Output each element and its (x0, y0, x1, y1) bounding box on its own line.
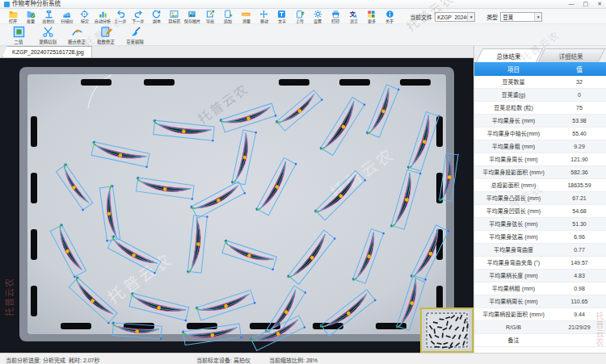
row-label: 平均果身粗 (mm) (474, 140, 553, 153)
app-icon (4, 2, 10, 7)
maximize-button[interactable]: ▢ (583, 0, 589, 8)
undo-button[interactable]: 上一步 (112, 10, 129, 24)
type-label: 类型 (486, 13, 498, 21)
text-icon (277, 10, 286, 19)
document-tab[interactable]: KZGP_20240725161728.jpg (2, 46, 92, 57)
row-label: 平均果柄粗 (mm) (474, 282, 553, 295)
calibrate-button[interactable]: 标定 (76, 10, 94, 24)
count-fix-icon (100, 26, 112, 38)
row-value: 54.68 (553, 205, 606, 217)
results-tab-bar: 总体结果 详细结果 (474, 46, 606, 62)
status-zoom-level: 当前缩放比例: 28% (269, 356, 318, 364)
table-row: 平均果柄粗 (mm) 0.98 (474, 282, 606, 295)
type-select[interactable]: 豆荚 ▼ (500, 12, 542, 22)
table-row: 平均果柄周长 (mm) 110.65 (474, 295, 606, 308)
settings-button[interactable]: 设置 (309, 10, 326, 24)
language-button[interactable]: 文A 语言 (345, 10, 363, 24)
row-label: 平均果身弯曲夹角 (°) (474, 257, 553, 269)
print-button[interactable]: 打印 (326, 10, 344, 24)
doc-camera-icon (44, 10, 53, 19)
row-label: 平均果身凹弧长 (mm) (474, 205, 553, 217)
row-value: 21/29/29 (553, 321, 606, 333)
doc-camera-button[interactable]: 高拍仪 (40, 10, 57, 24)
row-value: 75 (553, 102, 606, 114)
row-value: 53.98 (553, 115, 606, 127)
print-icon (331, 10, 340, 19)
measure-button[interactable]: 测量 (237, 10, 255, 24)
upload-button[interactable]: 上传 (291, 10, 309, 24)
append-button[interactable]: 追加 (219, 10, 237, 24)
redo-button[interactable]: 下一步 (129, 10, 147, 24)
current-file-select[interactable]: KZGP_202407... ▼ (435, 12, 475, 22)
row-value: 0.77 (553, 244, 606, 256)
table-row: 平均果身凹弧长 (mm) 54.68 (474, 205, 606, 218)
status-bar: 当前分析进度: 分析完成 耗时: 2.07秒 当前标定设备: 高拍仪 当前缩放比… (0, 353, 606, 364)
close-button[interactable]: ✕ (597, 0, 602, 8)
stem-cut-icon (42, 26, 54, 38)
results-table-header: 项目 值 (474, 62, 606, 76)
batch-button[interactable]: 批量 (22, 10, 40, 24)
export-button[interactable]: 导出 (201, 10, 219, 24)
target-area-button[interactable]: 目标区 (166, 10, 183, 24)
row-value: 9.29 (553, 140, 606, 153)
save-image-button[interactable]: 保存图片 (183, 10, 201, 24)
chevron-down-icon: ▼ (534, 13, 541, 21)
tab-detailed-results[interactable]: 详细结果 (537, 48, 604, 62)
row-value: 0.98 (553, 282, 606, 295)
navigator-thumbnail[interactable] (421, 308, 473, 352)
row-value: 55.40 (553, 128, 606, 140)
open-folder-button[interactable]: 打开 (4, 10, 22, 24)
results-table-body: 豆荚数量 32豆荚重(g) 0豆荚总粒数 (粒) 75平均果身长 (mm) 53… (474, 76, 606, 353)
move-button[interactable]: 移动 (255, 10, 273, 24)
table-row: 豆荚重(g) 0 (474, 89, 606, 102)
table-row: 备注 (474, 334, 606, 347)
row-value: 6.96 (553, 231, 606, 243)
more-button[interactable]: 更多 (363, 10, 381, 24)
row-value: 51.30 (553, 218, 606, 230)
scanner-button[interactable]: 扫描仪 (58, 10, 76, 24)
image-viewport[interactable]: 托普云农托普云农托普云农托普云农 (0, 58, 473, 353)
pod-remove-icon (129, 26, 141, 38)
row-value: 110.65 (553, 295, 606, 308)
main-area: KZGP_20240725161728.jpg 托普云农托普云农托普云农托普云农 (0, 46, 606, 353)
pod-remove-button[interactable]: 豆荚剔除 (122, 26, 148, 44)
breakpoint-fix-button[interactable]: 断点修正 (64, 26, 90, 44)
about-icon (385, 10, 394, 19)
status-progress: 当前分析进度: 分析完成 (6, 356, 65, 364)
count-fix-button[interactable]: 粒数修正 (93, 26, 119, 44)
auto-analyze-icon (99, 10, 107, 19)
row-label: 平均果柄周长 (mm) (474, 295, 553, 308)
row-label: 平均果柄长度 (mm) (474, 270, 553, 282)
stem-cut-button[interactable]: 果柄切割 (35, 26, 61, 44)
type-field: 类型 豆荚 ▼ (486, 12, 542, 22)
copy-button[interactable]: 副本 (148, 10, 166, 24)
svg-text:托普云农: 托普云农 (4, 278, 15, 316)
row-label: 豆荚总粒数 (粒) (474, 102, 553, 114)
text-button[interactable]: 文字 (273, 10, 291, 24)
minimize-button[interactable]: — (569, 0, 574, 8)
table-row: 平均果身凸弧长 (mm) 67.21 (474, 192, 606, 205)
row-value: 582.36 (553, 166, 606, 178)
copy-icon (152, 10, 161, 19)
about-button[interactable]: 关于 (381, 10, 398, 24)
svg-text:A: A (354, 14, 357, 19)
row-value: 0 (553, 89, 606, 101)
export-icon (206, 10, 215, 19)
current-file-value: KZGP_202407... (437, 15, 467, 20)
row-label: 平均果身凸弧长 (mm) (474, 192, 553, 204)
status-device: 当前标定设备: 高拍仪 (196, 356, 250, 364)
auto-analyze-button[interactable]: 自动分析 (94, 10, 112, 24)
row-value: 32 (553, 76, 606, 88)
measure-icon (242, 10, 250, 19)
table-row: 平均果身长 (mm) 53.98 (474, 115, 606, 128)
image-pane: KZGP_20240725161728.jpg 托普云农托普云农托普云农托普云农 (0, 46, 473, 353)
table-row: 平均果身投影面积 (mm²) 582.36 (474, 166, 606, 179)
tab-overall-results[interactable]: 总体结果 (476, 48, 543, 62)
chevron-down-icon: ▼ (467, 13, 474, 21)
row-label: 平均果身长 (mm) (474, 115, 553, 127)
binary-button[interactable]: 二值 (6, 26, 32, 44)
more-icon (367, 10, 376, 19)
table-row: 平均果身弯曲度 0.77 (474, 244, 606, 257)
current-file-label: 当前文件 (410, 13, 432, 21)
calibrate-icon (80, 10, 89, 19)
